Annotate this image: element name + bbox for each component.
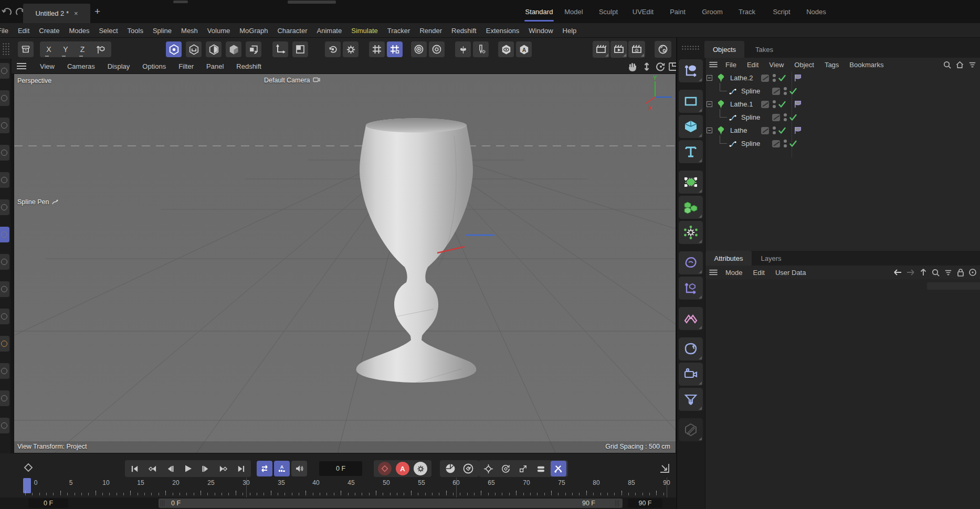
- tab-layers[interactable]: Layers: [753, 251, 789, 266]
- toolbar-drag-handle[interactable]: [2, 43, 9, 55]
- object-label[interactable]: Lathe: [730, 126, 747, 134]
- rectangle-spline-button[interactable]: [679, 90, 703, 113]
- ffd-deformer-button[interactable]: [679, 277, 703, 300]
- vp-menu-panel[interactable]: Panel: [200, 62, 230, 70]
- layout-tab-track[interactable]: Track: [730, 0, 764, 23]
- range-end-field[interactable]: 90 F: [628, 499, 662, 508]
- camera-object-button[interactable]: [679, 363, 703, 386]
- obj-menu-view[interactable]: View: [769, 61, 784, 69]
- vp-menu-display[interactable]: Display: [101, 62, 136, 70]
- menu-edit[interactable]: Edit: [13, 27, 34, 35]
- auto-mode-button[interactable]: A: [516, 41, 532, 57]
- goblet-model[interactable]: [356, 119, 477, 383]
- lock-y-axis-button[interactable]: Y: [58, 41, 73, 57]
- edges-mode-button[interactable]: [186, 41, 202, 57]
- obj-menu-bookmarks[interactable]: Bookmarks: [849, 61, 883, 69]
- record-keyframe-button[interactable]: [378, 462, 392, 475]
- undo-icon[interactable]: [0, 6, 13, 18]
- menu-volume[interactable]: Volume: [203, 27, 235, 35]
- keyframe-selection-button[interactable]: [444, 462, 457, 475]
- snap-button[interactable]: [387, 41, 403, 57]
- layout-tab-paint[interactable]: Paint: [660, 0, 695, 23]
- menu-create[interactable]: Create: [34, 27, 64, 35]
- tool-settings-button[interactable]: [473, 41, 489, 57]
- viewport-hamburger-icon[interactable]: [17, 63, 26, 69]
- menu-mograph[interactable]: MoGraph: [235, 27, 272, 35]
- vp-menu-cameras[interactable]: Cameras: [61, 62, 101, 70]
- tree-row-lathe2[interactable]: Lathe.2: [705, 72, 980, 84]
- menu-tools[interactable]: Tools: [123, 27, 148, 35]
- enabled-check-icon[interactable]: [789, 113, 797, 122]
- menu-extensions[interactable]: Extensions: [481, 27, 524, 35]
- play-button[interactable]: [180, 461, 196, 476]
- left-tool-button[interactable]: [0, 309, 9, 324]
- tree-row-spline[interactable]: Spline: [705, 85, 980, 98]
- left-tool-button-active[interactable]: [0, 227, 9, 242]
- enabled-check-icon[interactable]: [778, 100, 786, 109]
- layout-tab-model[interactable]: Model: [556, 0, 591, 23]
- visibility-dots[interactable]: [773, 126, 776, 135]
- viewport-solo-button[interactable]: [498, 41, 514, 57]
- visibility-dots[interactable]: [784, 87, 787, 96]
- vp-menu-filter[interactable]: Filter: [172, 62, 200, 70]
- vp-menu-view[interactable]: View: [34, 62, 61, 70]
- menu-render[interactable]: Render: [415, 27, 447, 35]
- next-frame-button[interactable]: [198, 461, 214, 476]
- lock-x-axis-button[interactable]: X: [41, 41, 57, 57]
- render-settings-button[interactable]: [628, 41, 645, 58]
- search-icon[interactable]: [943, 60, 952, 69]
- goto-end-button[interactable]: [233, 461, 249, 476]
- viewport[interactable]: Y Z X Perspective Default Camera Spline …: [14, 73, 676, 453]
- obj-menu-file[interactable]: File: [725, 61, 736, 69]
- vp-menu-redshift[interactable]: Redshift: [230, 62, 268, 70]
- object-label[interactable]: Spline: [741, 140, 760, 147]
- target-circle-icon[interactable]: [968, 268, 977, 277]
- filter-icon[interactable]: [968, 60, 977, 69]
- left-tool-button[interactable]: [0, 63, 9, 79]
- tree-row-spline[interactable]: Spline: [705, 137, 980, 150]
- tree-row-lathe[interactable]: Lathe: [705, 124, 980, 137]
- collapse-toggle[interactable]: [707, 128, 712, 133]
- axis-workplane-button[interactable]: [272, 41, 288, 57]
- menu-redshift[interactable]: Redshift: [447, 27, 481, 35]
- points-mode-button[interactable]: [166, 41, 182, 57]
- anim-display-mode-button[interactable]: A: [274, 461, 290, 476]
- interactive-render-button[interactable]: [655, 41, 671, 58]
- search-icon[interactable]: [931, 268, 940, 277]
- menu-spline[interactable]: Spline: [148, 27, 176, 35]
- range-left-grip[interactable]: [161, 500, 165, 506]
- timeline-expand-icon[interactable]: [658, 462, 671, 474]
- make-editable-button[interactable]: [246, 41, 261, 57]
- left-tool-button[interactable]: [0, 363, 9, 379]
- render-picture-viewer-button[interactable]: [610, 41, 627, 58]
- polygons-mode-button[interactable]: [206, 41, 222, 57]
- obj-menu-tags[interactable]: Tags: [825, 61, 839, 69]
- new-tab-button[interactable]: +: [94, 6, 100, 16]
- layer-toggle-icon[interactable]: [761, 75, 769, 82]
- filter-icon[interactable]: [944, 268, 953, 277]
- left-tool-button[interactable]: [0, 281, 9, 297]
- tree-row-lathe1[interactable]: Lathe.1: [705, 98, 980, 111]
- left-tool-button[interactable]: [0, 254, 9, 270]
- object-label[interactable]: Spline: [741, 87, 760, 95]
- timeline-ruler[interactable]: 0 5 10 15 20 25 30 35 40 45 50 55 60 65 …: [0, 478, 677, 497]
- attributes-hamburger-icon[interactable]: [709, 270, 717, 275]
- floor-drop-button[interactable]: [679, 388, 703, 411]
- loop-playback-button[interactable]: [257, 461, 272, 476]
- obj-menu-edit[interactable]: Edit: [747, 61, 758, 69]
- close-tab-icon[interactable]: ×: [74, 9, 78, 17]
- symmetry-generator-button[interactable]: [679, 307, 703, 330]
- menu-modes[interactable]: Modes: [64, 27, 94, 35]
- left-tool-button[interactable]: [0, 90, 9, 106]
- layout-tab-standard[interactable]: Standard: [522, 0, 556, 23]
- lock-icon[interactable]: [956, 268, 965, 277]
- menu-file[interactable]: File: [0, 27, 13, 35]
- model-mode-button[interactable]: [226, 41, 241, 57]
- pan-hand-icon[interactable]: [627, 61, 638, 72]
- layout-tab-nodes[interactable]: Nodes: [799, 0, 834, 23]
- object-label[interactable]: Lathe.1: [730, 100, 753, 108]
- left-tool-button[interactable]: [0, 172, 9, 188]
- menu-character[interactable]: Character: [272, 27, 312, 35]
- menu-select[interactable]: Select: [94, 27, 122, 35]
- attr-menu-edit[interactable]: Edit: [753, 269, 765, 277]
